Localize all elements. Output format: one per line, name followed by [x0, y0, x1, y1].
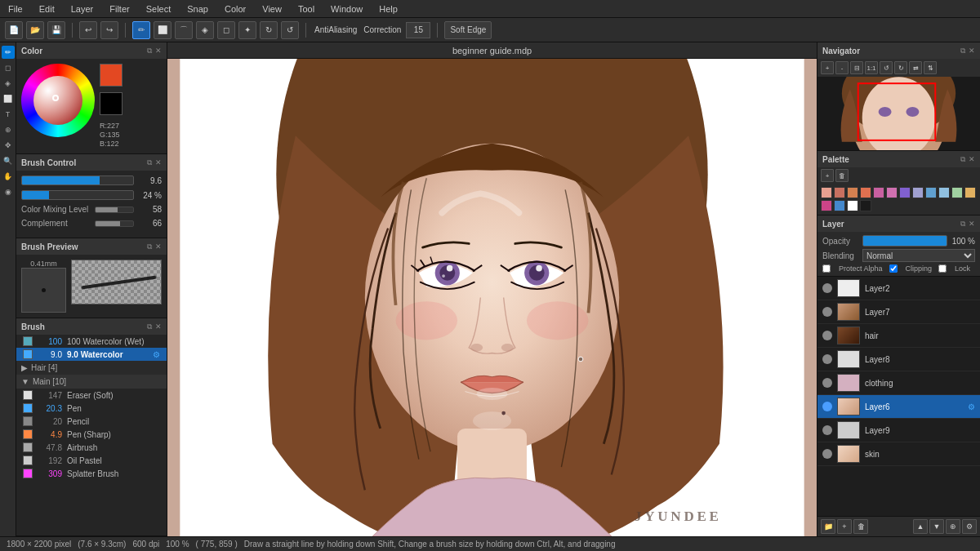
layer-item-layer8[interactable]: Layer8	[817, 348, 980, 371]
layer-item-clothing[interactable]: clothing	[817, 371, 980, 395]
rotate2-btn[interactable]: ↺	[281, 21, 299, 39]
eyedropper-icon[interactable]: ⊕	[2, 123, 15, 136]
menu-layer[interactable]: Layer	[68, 2, 97, 16]
palette-color-13[interactable]	[821, 200, 832, 211]
palette-delete-btn[interactable]: 🗑	[835, 169, 849, 182]
nav-actual-btn[interactable]: 1:1	[865, 61, 878, 74]
layer-vis-hair[interactable]	[822, 331, 832, 340]
brush-preset-watercolor-selected[interactable]: 9.0 9.0 Watercolor ⚙	[16, 348, 167, 361]
palette-color-16[interactable]	[860, 200, 871, 211]
nav-fit-btn[interactable]: ⊟	[850, 61, 863, 74]
menu-filter[interactable]: Filter	[106, 2, 132, 16]
layer-vis-layer2[interactable]	[822, 283, 832, 293]
brush-item-airbrush[interactable]: 47.8 Airbrush	[16, 441, 167, 454]
palette-color-14[interactable]	[834, 200, 845, 211]
text-icon[interactable]: T	[2, 108, 15, 121]
brush-preview-close-icon[interactable]: ✕	[155, 242, 162, 251]
color-wheel[interactable]	[21, 64, 95, 137]
protect-alpha-checkbox[interactable]	[822, 264, 831, 273]
brush-item-pen-sharp[interactable]: 4.9 Pen (Sharp)	[16, 428, 167, 441]
brush-list-close-icon[interactable]: ✕	[155, 322, 162, 331]
palette-expand-icon[interactable]: ⧉	[960, 155, 965, 164]
layer-vis-layer9[interactable]	[822, 425, 832, 435]
layer-add-btn[interactable]: +	[837, 519, 852, 534]
zoom-icon[interactable]: 🔍	[2, 154, 15, 167]
select-icon[interactable]: ⬜	[2, 92, 15, 105]
layer-item-skin[interactable]: skin	[817, 442, 980, 466]
size-slider[interactable]	[21, 176, 134, 185]
nav-rotate-right-btn[interactable]: ↻	[894, 61, 907, 74]
open-btn[interactable]: 📂	[26, 21, 44, 39]
save-btn[interactable]: 💾	[47, 21, 65, 39]
nav-flip-h-btn[interactable]: ⇄	[909, 61, 922, 74]
layer-vis-layer8[interactable]	[822, 354, 832, 364]
brush-item-eraser[interactable]: 147 Eraser (Soft)	[16, 389, 167, 402]
fill-btn[interactable]: ◈	[196, 21, 214, 39]
menu-help[interactable]: Help	[376, 2, 401, 16]
nav-flip-v-btn[interactable]: ⇅	[924, 61, 937, 74]
nav-rotate-left-btn[interactable]: ↺	[880, 61, 893, 74]
menu-edit[interactable]: Edit	[36, 2, 58, 16]
brush-item-oil-pastel[interactable]: 192 Oil Pastel	[16, 454, 167, 467]
layer-delete-btn[interactable]: 🗑	[853, 519, 868, 534]
fill-icon[interactable]: ◈	[2, 77, 15, 90]
layer-item-layer6[interactable]: Layer6 ⚙	[817, 395, 980, 419]
brush-settings-icon[interactable]: ⚙	[153, 350, 160, 359]
correction-input[interactable]	[406, 22, 430, 38]
navigator-preview[interactable]	[817, 77, 980, 150]
menu-select[interactable]: Select	[143, 2, 175, 16]
brush-list-expand-icon[interactable]: ⧉	[147, 322, 152, 331]
lasso-btn[interactable]: ⌒	[175, 21, 193, 39]
palette-color-6[interactable]	[886, 187, 898, 198]
nav-zoom-out-btn[interactable]: -	[835, 61, 849, 74]
layer-move-down-btn[interactable]: ▼	[929, 519, 944, 534]
layer-merge-btn[interactable]: ⊕	[946, 519, 960, 534]
menu-file[interactable]: File	[5, 2, 26, 16]
blending-select[interactable]: Normal	[862, 249, 975, 262]
eyedropper-btn[interactable]: ✦	[238, 21, 256, 39]
canvas-image[interactable]: JYUNDEE	[167, 59, 817, 536]
palette-color-8[interactable]	[912, 187, 924, 198]
color-tool-icon[interactable]: ◉	[2, 185, 15, 198]
clipping-checkbox[interactable]	[889, 264, 898, 273]
eraser-btn[interactable]: ◻	[217, 21, 235, 39]
menu-tool[interactable]: Tool	[295, 2, 318, 16]
palette-color-7[interactable]	[899, 187, 911, 198]
layer-item-hair[interactable]: hair	[817, 324, 980, 348]
undo-btn[interactable]: ↩	[79, 21, 97, 39]
palette-color-5[interactable]	[873, 187, 884, 198]
rotate-btn[interactable]: ↻	[260, 21, 278, 39]
menu-view[interactable]: View	[259, 2, 285, 16]
foreground-color-swatch[interactable]	[100, 64, 122, 87]
palette-color-12[interactable]	[964, 187, 976, 198]
palette-color-11[interactable]	[951, 187, 963, 198]
palette-color-10[interactable]	[938, 187, 950, 198]
layer-move-up-btn[interactable]: ▲	[913, 519, 928, 534]
redo-btn[interactable]: ↪	[100, 21, 118, 39]
navigator-close-icon[interactable]: ✕	[969, 47, 975, 56]
palette-color-1[interactable]	[821, 187, 832, 198]
brush-preset-watercolor-wet[interactable]: 100 100 Watercolor (Wet)	[16, 335, 167, 348]
menu-snap[interactable]: Snap	[184, 2, 212, 16]
move-icon[interactable]: ✥	[2, 139, 15, 152]
brush-control-expand-icon[interactable]: ⧉	[147, 158, 152, 167]
background-color-swatch[interactable]	[100, 92, 122, 115]
palette-add-btn[interactable]: +	[821, 169, 834, 182]
color-close-icon[interactable]: ✕	[155, 47, 162, 56]
palette-color-15[interactable]	[847, 200, 858, 211]
layer-vis-skin[interactable]	[822, 449, 832, 459]
eraser-icon[interactable]: ◻	[2, 61, 15, 74]
menu-color[interactable]: Color	[221, 2, 249, 16]
nav-zoom-in-btn[interactable]: +	[821, 61, 834, 74]
palette-close-icon[interactable]: ✕	[969, 155, 975, 164]
palette-color-2[interactable]	[834, 187, 845, 198]
brush-category-main[interactable]: ▼ Main [10]	[16, 375, 167, 389]
layer-close-icon[interactable]: ✕	[969, 220, 975, 229]
brush-preview-expand-icon[interactable]: ⧉	[147, 242, 152, 251]
opacity-slider[interactable]	[21, 190, 134, 200]
color-expand-icon[interactable]: ⧉	[147, 47, 152, 56]
layer-item-layer2[interactable]: Layer2	[817, 277, 980, 300]
palette-color-4[interactable]	[860, 187, 871, 198]
layer-vis-clothing[interactable]	[822, 378, 832, 388]
layer-expand-icon[interactable]: ⧉	[960, 220, 965, 229]
